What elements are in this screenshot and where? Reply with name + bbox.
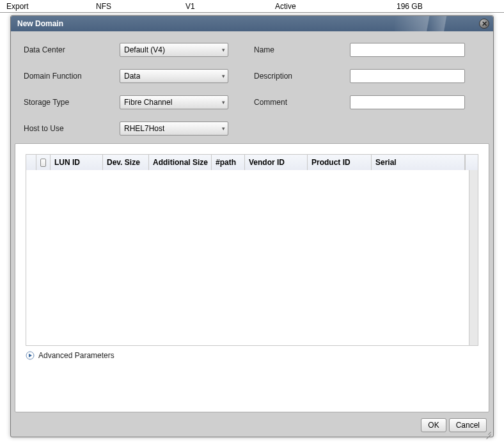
dialog-title: New Domain	[17, 19, 479, 28]
new-domain-dialog: New Domain ✕ Data Center Default (V4) ▾ …	[10, 15, 494, 437]
label-data-center: Data Center	[24, 45, 120, 54]
vertical-scrollbar[interactable]	[469, 170, 478, 345]
col-scroll-pad	[465, 155, 478, 170]
background-table-row: Export NFS V1 Active 196 GB	[0, 0, 504, 13]
col-lun-id[interactable]: LUN ID	[51, 155, 103, 170]
storage-type-select[interactable]: Fibre Channel ▾	[120, 95, 228, 109]
storage-type-value: Fibre Channel	[124, 98, 172, 107]
label-comment: Comment	[254, 98, 350, 107]
col-path[interactable]: #path	[212, 155, 245, 170]
domain-function-select[interactable]: Data ▾	[120, 69, 228, 83]
data-center-select[interactable]: Default (V4) ▾	[120, 43, 228, 57]
lun-table: LUN ID Dev. Size Additional Size #path V…	[26, 154, 478, 346]
data-center-value: Default (V4)	[124, 45, 165, 54]
label-host-to-use: Host to Use	[24, 124, 120, 133]
label-name: Name	[254, 45, 350, 54]
name-input[interactable]	[350, 43, 465, 57]
description-input[interactable]	[350, 69, 465, 83]
checkbox-icon[interactable]	[40, 159, 46, 167]
label-domain-function: Domain Function	[24, 72, 120, 81]
ok-button[interactable]: OK	[421, 418, 446, 432]
lun-panel: LUN ID Dev. Size Additional Size #path V…	[15, 143, 489, 412]
close-icon[interactable]: ✕	[479, 19, 489, 29]
bg-cell-size: 196 GB	[390, 2, 504, 11]
bg-cell-storage: NFS	[90, 2, 179, 11]
expand-right-icon	[26, 351, 35, 360]
chevron-down-icon: ▾	[219, 73, 225, 79]
col-additional-size[interactable]: Additional Size	[149, 155, 212, 170]
dialog-footer: OK Cancel	[11, 416, 493, 437]
host-to-use-value: RHEL7Host	[124, 124, 164, 133]
domain-function-value: Data	[124, 72, 140, 81]
advanced-parameters-toggle[interactable]: Advanced Parameters	[26, 351, 478, 360]
col-serial[interactable]: Serial	[372, 155, 465, 170]
dialog-form: Data Center Default (V4) ▾ Domain Functi…	[11, 31, 493, 139]
col-dev-size[interactable]: Dev. Size	[103, 155, 149, 170]
col-expander	[26, 155, 36, 170]
host-to-use-select[interactable]: RHEL7Host ▾	[120, 121, 228, 136]
col-vendor-id[interactable]: Vendor ID	[245, 155, 308, 170]
cancel-button[interactable]: Cancel	[449, 418, 487, 432]
chevron-down-icon: ▾	[219, 99, 225, 105]
col-checkbox[interactable]	[36, 155, 51, 170]
label-description: Description	[254, 72, 350, 81]
lun-table-header: LUN ID Dev. Size Additional Size #path V…	[26, 155, 478, 170]
bg-cell-status: Active	[269, 2, 390, 11]
comment-input[interactable]	[350, 95, 465, 109]
lun-table-body	[26, 170, 469, 345]
bg-cell-format: V1	[179, 2, 269, 11]
advanced-parameters-label: Advanced Parameters	[38, 351, 114, 360]
col-product-id[interactable]: Product ID	[308, 155, 372, 170]
chevron-down-icon: ▾	[219, 125, 225, 132]
dialog-titlebar[interactable]: New Domain ✕	[11, 16, 493, 31]
label-storage-type: Storage Type	[24, 98, 120, 107]
bg-cell-type: Export	[0, 2, 90, 11]
chevron-down-icon: ▾	[219, 47, 225, 53]
